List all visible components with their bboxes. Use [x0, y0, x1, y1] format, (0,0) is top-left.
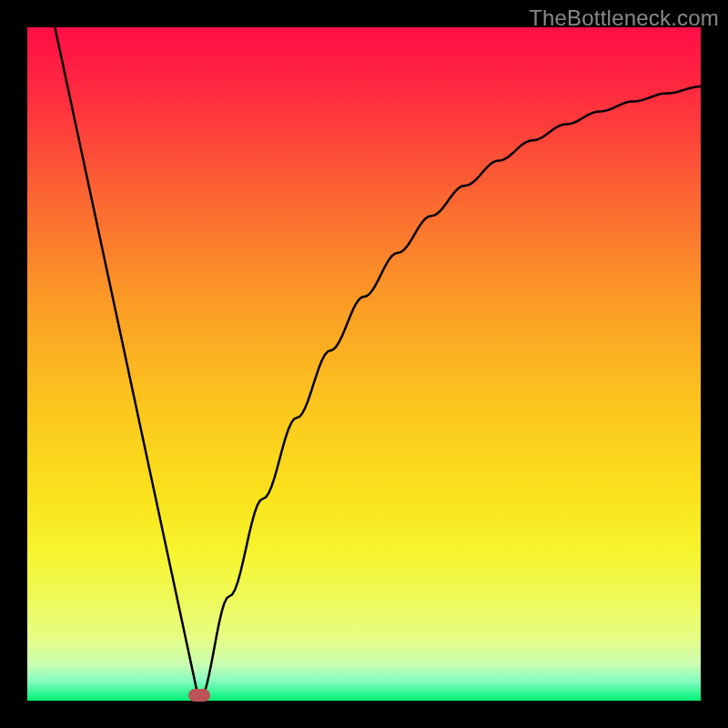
- chart-plot: [27, 27, 701, 701]
- minimum-marker: [188, 689, 210, 702]
- chart-background: [27, 27, 701, 701]
- chart-frame: [27, 27, 701, 701]
- watermark-text: TheBottleneck.com: [529, 5, 719, 31]
